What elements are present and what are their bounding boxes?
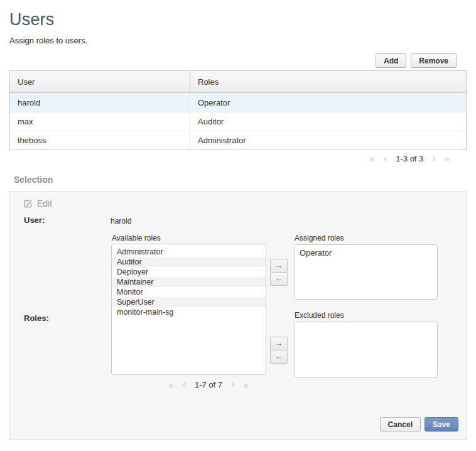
- assigned-roles-label: Assigned roles: [295, 234, 344, 242]
- page-range: 1-7 of 7: [195, 380, 222, 389]
- edit-link[interactable]: Edit: [24, 198, 52, 209]
- edit-pencil-icon: [24, 199, 33, 208]
- user-field-value: harold: [111, 217, 131, 225]
- arrow-left-icon: ←: [275, 352, 283, 361]
- arrow-left-icon: ←: [275, 274, 283, 283]
- list-item[interactable]: Operator: [295, 247, 437, 259]
- list-item[interactable]: Monitor: [112, 287, 266, 297]
- table-toolbar: Add Remove: [376, 53, 457, 68]
- cancel-button[interactable]: Cancel: [380, 417, 421, 432]
- table-pagination: « ‹ 1-3 of 3 › »: [369, 153, 451, 163]
- users-table: User Roles harold Operator max Auditor t…: [9, 70, 467, 150]
- first-page-icon[interactable]: «: [167, 380, 175, 389]
- selection-heading: Selection: [14, 175, 53, 185]
- excluded-roles-label: Excluded roles: [295, 311, 344, 320]
- users-table-header: User Roles: [10, 71, 466, 93]
- page-range: 1-3 of 3: [396, 154, 423, 163]
- add-button[interactable]: Add: [376, 53, 406, 68]
- arrow-right-icon: →: [275, 261, 283, 270]
- user-cell: max: [10, 112, 190, 131]
- remove-button[interactable]: Remove: [411, 53, 457, 68]
- roles-cell: Administrator: [190, 131, 254, 149]
- column-header-roles[interactable]: Roles: [190, 71, 226, 92]
- page-subtitle: Assign roles to users.: [9, 36, 87, 45]
- roles-cell: Auditor: [190, 112, 231, 131]
- assign-arrows: → ←: [270, 259, 288, 286]
- arrow-right-icon: →: [275, 339, 283, 348]
- user-cell: theboss: [10, 131, 190, 149]
- available-roles-label: Available roles: [112, 234, 161, 242]
- excluded-roles-listbox[interactable]: [294, 322, 438, 378]
- user-field-label: User:: [24, 215, 45, 225]
- unexclude-role-button[interactable]: ←: [270, 350, 288, 364]
- edit-link-label: Edit: [37, 198, 52, 209]
- page-title: Users: [9, 10, 55, 30]
- list-item[interactable]: SuperUser: [112, 297, 266, 307]
- list-item[interactable]: Deployer: [112, 267, 266, 277]
- roles-cell: Operator: [190, 93, 237, 112]
- first-page-icon[interactable]: «: [369, 154, 376, 163]
- last-page-icon[interactable]: »: [443, 154, 451, 163]
- assign-role-button[interactable]: →: [270, 259, 288, 273]
- exclude-arrows: → ←: [270, 337, 288, 364]
- table-row[interactable]: max Auditor: [10, 112, 466, 131]
- list-item[interactable]: Administrator: [112, 247, 266, 257]
- assigned-roles-listbox[interactable]: Operator: [294, 244, 438, 300]
- table-row[interactable]: theboss Administrator: [10, 131, 466, 149]
- available-roles-listbox[interactable]: Administrator Auditor Deployer Maintaine…: [111, 244, 266, 375]
- unassign-role-button[interactable]: ←: [270, 272, 288, 286]
- exclude-role-button[interactable]: →: [270, 337, 288, 350]
- panel-footer: Cancel Save: [380, 417, 458, 432]
- selection-panel: Edit User: harold Roles: Available roles…: [9, 191, 467, 440]
- list-item[interactable]: Maintainer: [112, 277, 266, 287]
- roles-pagination: « ‹ 1-7 of 7 › »: [111, 379, 306, 389]
- next-page-icon[interactable]: ›: [431, 153, 436, 163]
- last-page-icon[interactable]: »: [242, 380, 249, 389]
- list-item[interactable]: monitor-main-sg: [112, 307, 266, 317]
- users-page: Users Assign roles to users. Add Remove …: [0, 0, 476, 451]
- prev-page-icon[interactable]: ‹: [382, 153, 388, 163]
- column-header-user[interactable]: User: [10, 71, 190, 92]
- prev-page-icon[interactable]: ‹: [181, 379, 187, 389]
- save-button[interactable]: Save: [425, 417, 458, 432]
- user-cell: harold: [10, 93, 190, 112]
- next-page-icon[interactable]: ›: [230, 379, 235, 389]
- list-item[interactable]: Auditor: [112, 257, 266, 267]
- table-row[interactable]: harold Operator: [10, 93, 466, 112]
- roles-field-label: Roles:: [24, 313, 49, 323]
